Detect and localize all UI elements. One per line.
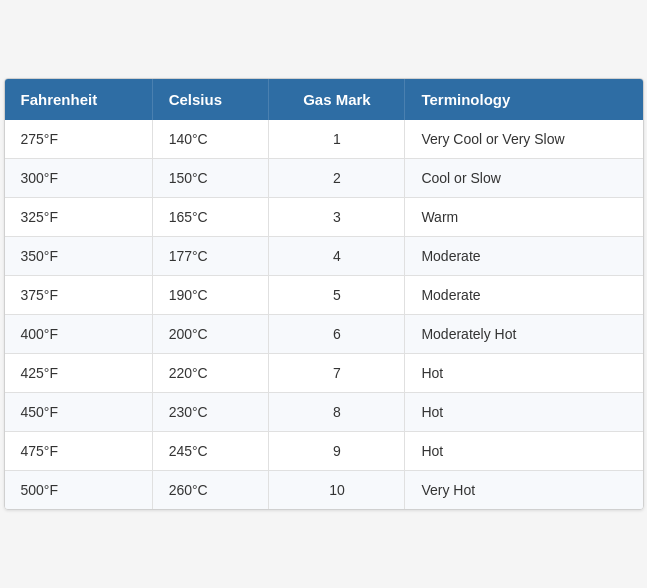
cell-gas-mark: 6 bbox=[269, 315, 405, 354]
table-row: 300°F150°C2Cool or Slow bbox=[5, 159, 643, 198]
header-terminology: Terminology bbox=[405, 79, 643, 120]
cell-terminology: Hot bbox=[405, 354, 643, 393]
cell-celsius: 140°C bbox=[152, 120, 269, 159]
cell-gas-mark: 3 bbox=[269, 198, 405, 237]
cell-celsius: 190°C bbox=[152, 276, 269, 315]
table-row: 350°F177°C4Moderate bbox=[5, 237, 643, 276]
cell-gas-mark: 5 bbox=[269, 276, 405, 315]
table-row: 400°F200°C6Moderately Hot bbox=[5, 315, 643, 354]
cell-terminology: Cool or Slow bbox=[405, 159, 643, 198]
cell-celsius: 200°C bbox=[152, 315, 269, 354]
cell-celsius: 165°C bbox=[152, 198, 269, 237]
cell-fahrenheit: 350°F bbox=[5, 237, 153, 276]
temperature-conversion-table: Fahrenheit Celsius Gas Mark Terminology … bbox=[4, 78, 644, 510]
cell-fahrenheit: 375°F bbox=[5, 276, 153, 315]
cell-fahrenheit: 300°F bbox=[5, 159, 153, 198]
cell-fahrenheit: 425°F bbox=[5, 354, 153, 393]
header-gas-mark: Gas Mark bbox=[269, 79, 405, 120]
cell-celsius: 230°C bbox=[152, 393, 269, 432]
cell-gas-mark: 10 bbox=[269, 471, 405, 510]
cell-terminology: Warm bbox=[405, 198, 643, 237]
cell-terminology: Moderate bbox=[405, 276, 643, 315]
header-fahrenheit: Fahrenheit bbox=[5, 79, 153, 120]
table-row: 500°F260°C10Very Hot bbox=[5, 471, 643, 510]
cell-gas-mark: 7 bbox=[269, 354, 405, 393]
cell-fahrenheit: 400°F bbox=[5, 315, 153, 354]
cell-gas-mark: 1 bbox=[269, 120, 405, 159]
table-row: 425°F220°C7Hot bbox=[5, 354, 643, 393]
cell-fahrenheit: 500°F bbox=[5, 471, 153, 510]
cell-terminology: Very Hot bbox=[405, 471, 643, 510]
cell-celsius: 150°C bbox=[152, 159, 269, 198]
cell-celsius: 220°C bbox=[152, 354, 269, 393]
cell-terminology: Very Cool or Very Slow bbox=[405, 120, 643, 159]
table-row: 450°F230°C8Hot bbox=[5, 393, 643, 432]
table-row: 325°F165°C3Warm bbox=[5, 198, 643, 237]
cell-terminology: Hot bbox=[405, 393, 643, 432]
cell-fahrenheit: 275°F bbox=[5, 120, 153, 159]
cell-celsius: 260°C bbox=[152, 471, 269, 510]
cell-terminology: Moderately Hot bbox=[405, 315, 643, 354]
cell-fahrenheit: 475°F bbox=[5, 432, 153, 471]
cell-terminology: Hot bbox=[405, 432, 643, 471]
cell-fahrenheit: 450°F bbox=[5, 393, 153, 432]
cell-terminology: Moderate bbox=[405, 237, 643, 276]
table-row: 275°F140°C1Very Cool or Very Slow bbox=[5, 120, 643, 159]
table-row: 475°F245°C9Hot bbox=[5, 432, 643, 471]
cell-gas-mark: 9 bbox=[269, 432, 405, 471]
cell-gas-mark: 4 bbox=[269, 237, 405, 276]
cell-fahrenheit: 325°F bbox=[5, 198, 153, 237]
cell-gas-mark: 2 bbox=[269, 159, 405, 198]
header-celsius: Celsius bbox=[152, 79, 269, 120]
table-row: 375°F190°C5Moderate bbox=[5, 276, 643, 315]
table-header-row: Fahrenheit Celsius Gas Mark Terminology bbox=[5, 79, 643, 120]
cell-celsius: 245°C bbox=[152, 432, 269, 471]
cell-gas-mark: 8 bbox=[269, 393, 405, 432]
cell-celsius: 177°C bbox=[152, 237, 269, 276]
